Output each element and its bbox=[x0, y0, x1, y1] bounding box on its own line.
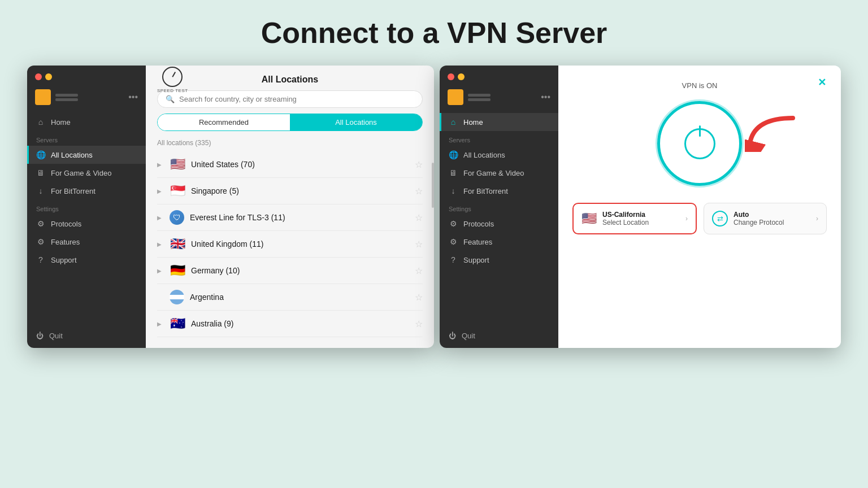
location-card-info: US-California Select Location bbox=[602, 211, 649, 226]
location-item-de[interactable]: ▶ 🇩🇪 Germany (10) ☆ bbox=[157, 258, 423, 284]
location-item-us[interactable]: ▶ 🇺🇸 United States (70) ☆ bbox=[157, 151, 423, 178]
red-arrow bbox=[745, 112, 796, 152]
star-us[interactable]: ☆ bbox=[415, 159, 423, 170]
tab-all-locations[interactable]: All Locations bbox=[290, 114, 422, 130]
quit-item-2[interactable]: ⏻ Quit bbox=[449, 332, 549, 340]
location-item-au[interactable]: ▶ 🇦🇺 Australia (9) ☆ bbox=[157, 311, 423, 337]
logo-icon-2 bbox=[448, 89, 463, 105]
location-card[interactable]: 🇺🇸 US-California Select Location › bbox=[572, 203, 697, 234]
protocol-card-arrow: › bbox=[816, 215, 818, 223]
tabs-row: Recommended All Locations bbox=[157, 114, 423, 131]
sidebar-item-features-2[interactable]: ⚙ Features bbox=[440, 233, 558, 251]
windows-container: ••• ⌂ Home Servers 🌐 All Locations 🖥 For… bbox=[27, 66, 841, 348]
location-item-uk[interactable]: ▶ 🇬🇧 United Kingdom (11) ☆ bbox=[157, 231, 423, 258]
star-de[interactable]: ☆ bbox=[415, 265, 423, 276]
settings-section-label: Settings bbox=[27, 200, 146, 215]
logo-bar-2 bbox=[55, 98, 78, 101]
tab-recommended[interactable]: Recommended bbox=[158, 114, 290, 130]
location-name-sg: Singapore (5) bbox=[191, 186, 409, 195]
location-item-ar[interactable]: ▶ Argentina ☆ bbox=[157, 284, 423, 311]
traffic-lights-2 bbox=[440, 66, 558, 86]
support-label-2: Support bbox=[463, 256, 489, 264]
traffic-light-red-2[interactable] bbox=[448, 73, 454, 80]
star-everest[interactable]: ☆ bbox=[415, 212, 423, 223]
home-icon-2: ⌂ bbox=[449, 117, 458, 127]
everest-flag: 🛡 bbox=[170, 210, 184, 225]
sidebar-item-bittorrent-2[interactable]: ↓ For BitTorrent bbox=[440, 182, 558, 200]
location-name-de: Germany (10) bbox=[191, 266, 409, 275]
flag-sg: 🇸🇬 bbox=[170, 184, 185, 198]
quit-icon: ⏻ bbox=[36, 332, 44, 340]
quit-item[interactable]: ⏻ Quit bbox=[36, 332, 137, 340]
scroll-track bbox=[431, 151, 434, 348]
sidebar-bottom-2: ⏻ Quit bbox=[440, 324, 558, 348]
locations-header: SPEED TEST All Locations bbox=[146, 66, 434, 90]
quit-label-2: Quit bbox=[462, 332, 475, 340]
sidebar-item-features[interactable]: ⚙ Features bbox=[27, 233, 146, 251]
star-sg[interactable]: ☆ bbox=[415, 186, 423, 197]
sidebar-item-game-video[interactable]: 🖥 For Game & Video bbox=[27, 164, 146, 182]
page-title: Connect to a VPN Server bbox=[261, 16, 607, 50]
location-name-uk: United Kingdom (11) bbox=[191, 239, 409, 249]
game-video-label: For Game & Video bbox=[51, 169, 111, 177]
location-name-us: United States (70) bbox=[191, 160, 409, 169]
protocols-label-2: Protocols bbox=[463, 220, 494, 228]
monitor-icon: 🖥 bbox=[36, 168, 45, 177]
protocols-icon-2: ⚙ bbox=[449, 219, 458, 228]
logo-bar-3 bbox=[468, 94, 491, 97]
locations-list: ▶ 🇺🇸 United States (70) ☆ ▶ 🇸🇬 Singapore… bbox=[146, 151, 434, 348]
logo-bar-4 bbox=[468, 98, 491, 101]
sidebar-item-bittorrent[interactable]: ↓ For BitTorrent bbox=[27, 182, 146, 200]
sidebar-right: ••• ⌂ Home Servers 🌐 All Locations 🖥 For… bbox=[440, 66, 558, 348]
more-icon-2[interactable]: ••• bbox=[541, 92, 550, 102]
sidebar-item-home-2[interactable]: ⌂ Home bbox=[440, 113, 558, 131]
bittorrent-label: For BitTorrent bbox=[51, 187, 96, 195]
protocol-card-title: Auto bbox=[734, 211, 784, 219]
location-card-subtitle: Select Location bbox=[602, 219, 649, 226]
sidebar-item-all-locations[interactable]: 🌐 All Locations bbox=[27, 146, 146, 164]
servers-section-label-2: Servers bbox=[440, 131, 558, 146]
quit-label: Quit bbox=[49, 332, 63, 340]
power-ring[interactable] bbox=[657, 101, 742, 186]
expand-arrow-sg: ▶ bbox=[157, 188, 164, 194]
servers-section-label: Servers bbox=[27, 131, 146, 146]
sidebar-left: ••• ⌂ Home Servers 🌐 All Locations 🖥 For… bbox=[27, 66, 146, 348]
traffic-light-red[interactable] bbox=[35, 73, 42, 80]
main-content: SPEED TEST All Locations 🔍 Recommended A… bbox=[146, 66, 434, 348]
sidebar-item-home[interactable]: ⌂ Home bbox=[27, 113, 146, 131]
traffic-light-yellow[interactable] bbox=[45, 73, 52, 80]
logo-bar-1 bbox=[55, 94, 78, 97]
torrent-icon-2: ↓ bbox=[449, 186, 458, 195]
close-button[interactable]: ✕ bbox=[814, 75, 830, 90]
location-name-ar: Argentina bbox=[190, 293, 409, 302]
expand-arrow-de: ▶ bbox=[157, 268, 164, 274]
sidebar-bottom: ⏻ Quit bbox=[27, 324, 146, 348]
search-bar[interactable]: 🔍 bbox=[157, 90, 423, 108]
protocol-card[interactable]: ⇄ Auto Change Protocol › bbox=[704, 203, 827, 234]
sidebar-item-protocols[interactable]: ⚙ Protocols bbox=[27, 215, 146, 233]
quit-icon-2: ⏻ bbox=[449, 332, 456, 340]
star-uk[interactable]: ☆ bbox=[415, 239, 423, 250]
scroll-thumb bbox=[432, 163, 434, 208]
logo-text-2 bbox=[468, 94, 491, 101]
sidebar-item-protocols-2[interactable]: ⚙ Protocols bbox=[440, 215, 558, 233]
features-label: Features bbox=[51, 238, 80, 246]
sidebar-item-game-video-2[interactable]: 🖥 For Game & Video bbox=[440, 164, 558, 182]
star-ar[interactable]: ☆ bbox=[415, 292, 423, 303]
protocols-icon: ⚙ bbox=[36, 219, 45, 228]
sidebar-item-support[interactable]: ? Support bbox=[27, 251, 146, 269]
power-icon bbox=[684, 128, 715, 159]
features-icon-2: ⚙ bbox=[449, 237, 458, 246]
sidebar-item-support-2[interactable]: ? Support bbox=[440, 251, 558, 269]
support-icon: ? bbox=[36, 255, 45, 264]
flag-ar bbox=[170, 290, 184, 304]
sidebar-item-all-locations-2[interactable]: 🌐 All Locations bbox=[440, 146, 558, 164]
location-card-flag: 🇺🇸 bbox=[581, 211, 597, 226]
location-item-everest[interactable]: ▶ 🛡 Everest Line for TLS-3 (11) ☆ bbox=[157, 204, 423, 231]
search-input[interactable] bbox=[179, 95, 414, 103]
star-au[interactable]: ☆ bbox=[415, 319, 423, 329]
features-label-2: Features bbox=[463, 238, 492, 246]
traffic-light-yellow-2[interactable] bbox=[458, 73, 465, 80]
location-item-sg[interactable]: ▶ 🇸🇬 Singapore (5) ☆ bbox=[157, 178, 423, 204]
more-icon[interactable]: ••• bbox=[128, 92, 138, 102]
